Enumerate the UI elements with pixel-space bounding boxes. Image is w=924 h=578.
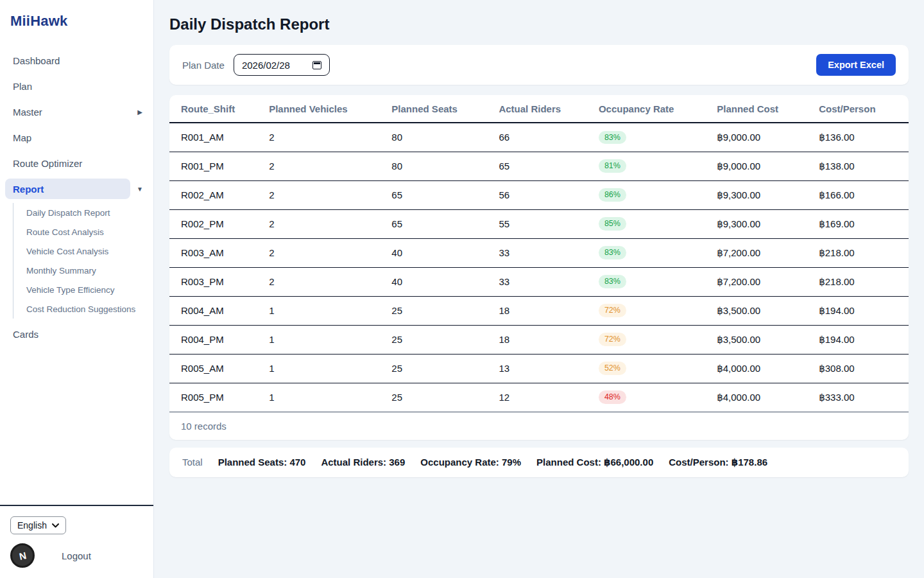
sidebar-item-label: Dashboard [5,50,144,71]
col-header-cost-person: Cost/Person [812,95,909,123]
cell-planned-cost: ฿9,300.00 [710,180,812,209]
cell-planned-seats: 40 [385,267,492,296]
logout-button[interactable]: Logout [62,550,91,561]
occupancy-badge: 48% [599,390,626,404]
cell-planned-cost: ฿3,500.00 [710,296,812,325]
cell-route-shift: R003_AM [169,238,262,267]
cell-planned-cost: ฿4,000.00 [710,354,812,383]
occupancy-badge: 72% [599,333,626,346]
cell-route-shift: R002_AM [169,180,262,209]
cell-actual-riders: 12 [492,383,592,412]
table-row: R005_PM1251248%฿4,000.00฿333.00 [169,383,909,412]
cell-occupancy-rate: 48% [592,383,710,412]
cell-route-shift: R005_AM [169,354,262,383]
table-header-row: Route_Shift Planned Vehicles Planned Sea… [169,95,909,123]
cell-cost-person: ฿136.00 [812,123,909,152]
submenu-item-cost-reduction-suggestions[interactable]: Cost Reduction Suggestions [26,299,153,319]
cell-occupancy-rate: 83% [592,238,710,267]
chevron-down-icon [52,523,59,528]
submenu-item-route-cost-analysis[interactable]: Route Cost Analysis [26,222,153,241]
cell-planned-vehicles: 1 [262,296,385,325]
cell-planned-cost: ฿4,000.00 [710,383,812,412]
cell-cost-person: ฿218.00 [812,267,909,296]
submenu-item-vehicle-cost-analysis[interactable]: Vehicle Cost Analysis [26,241,153,261]
cell-planned-vehicles: 1 [262,383,385,412]
cell-occupancy-rate: 52% [592,354,710,383]
dispatch-table-card: Route_Shift Planned Vehicles Planned Sea… [169,95,909,440]
export-excel-button[interactable]: Export Excel [816,54,896,76]
cell-planned-vehicles: 2 [262,123,385,152]
table-row: R003_PM2403383%฿7,200.00฿218.00 [169,267,909,296]
col-header-planned-vehicles: Planned Vehicles [262,95,385,123]
table-row: R004_PM1251872%฿3,500.00฿194.00 [169,325,909,354]
col-header-route-shift: Route_Shift [169,95,262,123]
sidebar-item-map[interactable]: Map [0,125,153,150]
cell-occupancy-rate: 72% [592,325,710,354]
cell-planned-cost: ฿7,200.00 [710,267,812,296]
cell-actual-riders: 66 [492,123,592,152]
submenu-item-daily-dispatch-report[interactable]: Daily Dispatch Report [26,203,153,222]
sidebar-item-report[interactable]: Report ▼ [0,176,153,202]
cell-planned-cost: ฿9,000.00 [710,152,812,180]
cell-route-shift: R004_AM [169,296,262,325]
cell-planned-seats: 80 [385,123,492,152]
cell-cost-person: ฿333.00 [812,383,909,412]
sidebar-item-label: Master [5,101,130,122]
sidebar-item-label: Plan [5,76,144,96]
occupancy-badge: 85% [599,217,626,231]
cell-route-shift: R001_PM [169,152,262,180]
total-planned-cost: Planned Cost: ฿66,000.00 [536,457,653,468]
app-logo: MiiHawk [0,0,153,33]
submenu-item-monthly-summary[interactable]: Monthly Summary [26,261,153,280]
sidebar: MiiHawk Dashboard Plan Master ▶ Map Rout… [0,0,154,578]
col-header-planned-cost: Planned Cost [710,95,812,123]
cell-planned-seats: 25 [385,325,492,354]
occupancy-badge: 72% [599,304,626,317]
chevron-down-icon: ▼ [135,186,144,193]
sidebar-item-dashboard[interactable]: Dashboard [0,48,153,73]
filter-bar: Plan Date 2026/02/28 Export Excel [169,45,909,85]
cell-planned-seats: 25 [385,296,492,325]
cell-occupancy-rate: 81% [592,152,710,180]
cell-occupancy-rate: 85% [592,209,710,238]
language-select[interactable]: English [10,516,66,534]
cell-occupancy-rate: 72% [592,296,710,325]
col-header-occupancy-rate: Occupancy Rate [592,95,710,123]
cell-route-shift: R005_PM [169,383,262,412]
total-planned-seats: Planned Seats: 470 [218,457,306,468]
sidebar-nav: Dashboard Plan Master ▶ Map Route Optimi… [0,48,153,347]
cell-planned-vehicles: 2 [262,180,385,209]
table-row: R003_AM2403383%฿7,200.00฿218.00 [169,238,909,267]
cell-actual-riders: 56 [492,180,592,209]
sidebar-item-label: Cards [5,324,144,344]
sidebar-item-label: Route Optimizer [5,153,144,173]
main-content: Daily Dispatch Report Plan Date 2026/02/… [154,0,924,578]
cell-planned-vehicles: 2 [262,152,385,180]
submenu-item-vehicle-type-efficiency[interactable]: Vehicle Type Efficiency [26,280,153,299]
total-occupancy-rate: Occupancy Rate: 79% [420,457,521,468]
cell-planned-cost: ฿9,300.00 [710,209,812,238]
table-row: R002_PM2655585%฿9,300.00฿169.00 [169,209,909,238]
sidebar-item-route-optimizer[interactable]: Route Optimizer [0,150,153,176]
table-row: R001_PM2806581%฿9,000.00฿138.00 [169,152,909,180]
sidebar-item-plan[interactable]: Plan [0,73,153,99]
cell-cost-person: ฿138.00 [812,152,909,180]
calendar-icon[interactable] [312,61,321,69]
plan-date-input[interactable]: 2026/02/28 [234,54,330,76]
sidebar-item-master[interactable]: Master ▶ [0,99,153,125]
cell-cost-person: ฿194.00 [812,325,909,354]
cell-actual-riders: 33 [492,267,592,296]
sidebar-item-cards[interactable]: Cards [0,321,153,347]
cell-planned-cost: ฿3,500.00 [710,325,812,354]
page-title: Daily Dispatch Report [169,15,909,33]
occupancy-badge: 81% [599,159,626,173]
cell-cost-person: ฿194.00 [812,296,909,325]
table-row: R005_AM1251352%฿4,000.00฿308.00 [169,354,909,383]
record-count: 10 records [169,412,909,440]
cell-planned-seats: 65 [385,180,492,209]
cell-actual-riders: 13 [492,354,592,383]
cell-route-shift: R001_AM [169,123,262,152]
cell-actual-riders: 18 [492,325,592,354]
avatar[interactable]: N [10,543,35,568]
cell-planned-cost: ฿7,200.00 [710,238,812,267]
